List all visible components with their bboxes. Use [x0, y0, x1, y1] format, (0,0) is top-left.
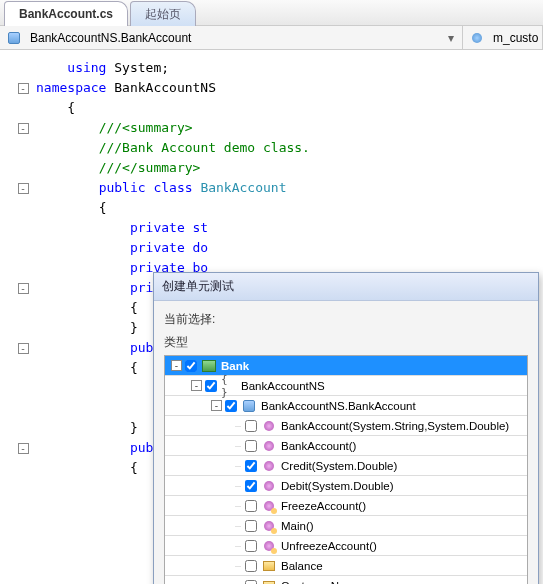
tree-checkbox[interactable]: [245, 520, 257, 532]
tree-node-label: Credit(System.Double): [281, 460, 397, 472]
tree-node[interactable]: -{ }BankAccountNS: [165, 376, 527, 396]
outline-collapse[interactable]: -: [18, 283, 29, 294]
current-selection-label: 当前选择:: [164, 311, 528, 328]
prop-icon: [261, 579, 277, 584]
tree-node-label: Debit(System.Double): [281, 480, 393, 492]
method-icon: [261, 439, 277, 453]
chevron-down-icon[interactable]: ▾: [446, 31, 456, 45]
tree-checkbox[interactable]: [245, 440, 257, 452]
class-icon: [241, 399, 257, 413]
smethod-icon: [261, 539, 277, 553]
tree-node[interactable]: ⋯Credit(System.Double): [165, 456, 527, 476]
smethod-icon: [261, 499, 277, 513]
tree-node[interactable]: ⋯Main(): [165, 516, 527, 536]
tree-node[interactable]: -BankAccountNS.BankAccount: [165, 396, 527, 416]
tree-checkbox[interactable]: [205, 380, 217, 392]
tree-node-label: CustomerName: [281, 580, 362, 584]
method-icon: [261, 419, 277, 433]
breadcrumb-class-label: BankAccountNS.BankAccount: [30, 31, 442, 45]
tree-node[interactable]: ⋯BankAccount(System.String,System.Double…: [165, 416, 527, 436]
tree-checkbox[interactable]: [245, 540, 257, 552]
tree-node[interactable]: ⋯BankAccount(): [165, 436, 527, 456]
breadcrumb: BankAccountNS.BankAccount ▾ m_custo: [0, 26, 543, 50]
outline-collapse[interactable]: -: [18, 443, 29, 454]
tree-node[interactable]: ⋯Debit(System.Double): [165, 476, 527, 496]
tree-node[interactable]: ⋯Balance: [165, 556, 527, 576]
method-icon: [261, 479, 277, 493]
tree-node-label: Balance: [281, 560, 323, 572]
tree-expander[interactable]: -: [171, 360, 182, 371]
tab-file-active[interactable]: BankAccount.cs: [4, 1, 128, 26]
proj-icon: [201, 359, 217, 373]
tree-node[interactable]: ⋯CustomerName: [165, 576, 527, 584]
tab-bar: BankAccount.cs 起始页: [0, 0, 543, 26]
type-tree[interactable]: -Bank-{ }BankAccountNS-BankAccountNS.Ban…: [164, 355, 528, 584]
class-icon: [6, 31, 22, 45]
tree-checkbox[interactable]: [245, 460, 257, 472]
tree-expander[interactable]: -: [191, 380, 202, 391]
outline-collapse[interactable]: -: [18, 343, 29, 354]
tree-node[interactable]: ⋯FreezeAccount(): [165, 496, 527, 516]
tree-checkbox[interactable]: [245, 560, 257, 572]
type-group-label: 类型: [164, 334, 528, 351]
outline-collapse[interactable]: -: [18, 123, 29, 134]
tree-node[interactable]: -Bank: [165, 356, 527, 376]
field-icon: [469, 31, 485, 45]
breadcrumb-member-label: m_custo: [493, 31, 538, 45]
tree-node-label: FreezeAccount(): [281, 500, 366, 512]
outline-collapse[interactable]: -: [18, 83, 29, 94]
tree-checkbox[interactable]: [245, 500, 257, 512]
tree-node-label: UnfreezeAccount(): [281, 540, 377, 552]
smethod-icon: [261, 519, 277, 533]
tree-checkbox[interactable]: [185, 360, 197, 372]
breadcrumb-class[interactable]: BankAccountNS.BankAccount ▾: [0, 26, 463, 49]
ns-icon: { }: [221, 379, 237, 393]
outline-collapse[interactable]: -: [18, 183, 29, 194]
method-icon: [261, 459, 277, 473]
tree-node-label: BankAccountNS: [241, 380, 325, 392]
tree-checkbox[interactable]: [225, 400, 237, 412]
tree-checkbox[interactable]: [245, 580, 257, 584]
tab-start-page[interactable]: 起始页: [130, 1, 196, 26]
create-unit-test-dialog: 创建单元测试 当前选择: 类型 -Bank-{ }BankAccountNS-B…: [153, 272, 539, 584]
tree-node[interactable]: ⋯UnfreezeAccount(): [165, 536, 527, 556]
tree-checkbox[interactable]: [245, 420, 257, 432]
tree-node-label: BankAccount(System.String,System.Double): [281, 420, 509, 432]
prop-icon: [261, 559, 277, 573]
dialog-title: 创建单元测试: [154, 273, 538, 301]
tree-node-label: BankAccountNS.BankAccount: [261, 400, 416, 412]
breadcrumb-member[interactable]: m_custo: [463, 26, 543, 49]
tree-checkbox[interactable]: [245, 480, 257, 492]
tree-node-label: BankAccount(): [281, 440, 356, 452]
tree-node-label: Bank: [221, 360, 249, 372]
tree-expander[interactable]: -: [211, 400, 222, 411]
tree-node-label: Main(): [281, 520, 314, 532]
